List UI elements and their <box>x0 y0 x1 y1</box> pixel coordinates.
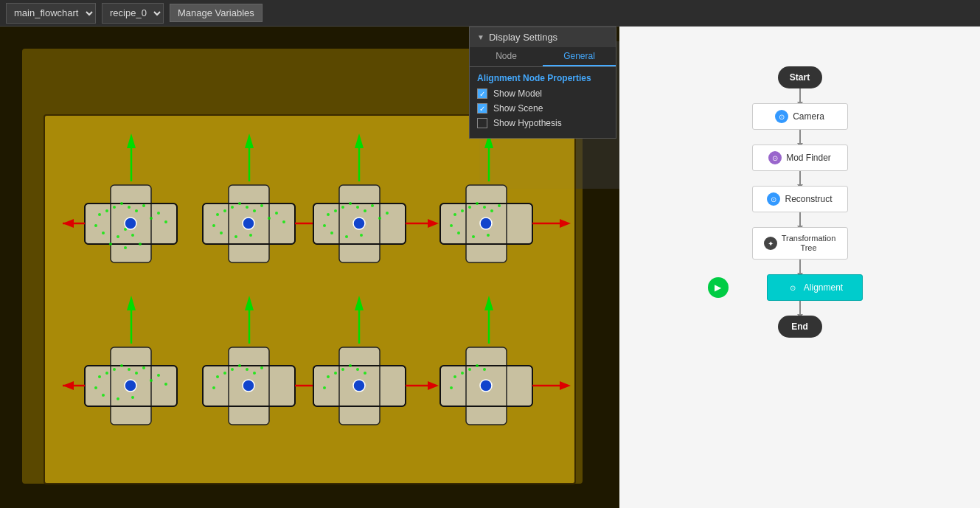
arrow-camera-modfinder <box>799 130 801 145</box>
svg-point-13 <box>94 224 97 227</box>
svg-point-20 <box>117 235 119 238</box>
flowchart-content: Start ⊙ Camera ⊙ Mod Finder <box>619 52 980 508</box>
svg-point-26 <box>109 243 112 246</box>
svg-point-24 <box>164 220 167 223</box>
show-scene-label: Show Scene <box>493 103 543 114</box>
svg-point-140 <box>334 372 337 375</box>
tab-node[interactable]: Node <box>470 47 543 66</box>
arrow-transformation-alignment <box>799 260 801 274</box>
transformation-tree-icon: ✦ <box>764 237 777 250</box>
recipe-select[interactable]: recipe_0 <box>102 3 164 24</box>
node-start[interactable]: Start <box>778 66 822 88</box>
svg-point-37 <box>216 213 219 216</box>
svg-point-67 <box>330 232 333 234</box>
show-model-label: Show Model <box>493 88 542 99</box>
alignment-icon-circle: ⊙ <box>786 281 799 294</box>
svg-point-129 <box>238 364 241 367</box>
svg-point-50 <box>282 220 285 223</box>
svg-point-133 <box>243 380 254 392</box>
node-mod-finder-box: ⊙ Mod Finder <box>752 145 848 171</box>
flowchart-select[interactable]: main_flowchart <box>6 3 96 24</box>
svg-point-27 <box>124 246 127 249</box>
svg-point-12 <box>105 209 108 212</box>
svg-point-113 <box>102 394 105 397</box>
node-camera[interactable]: ⊙ Camera <box>752 103 848 130</box>
svg-point-119 <box>125 380 136 392</box>
svg-point-142 <box>341 368 344 371</box>
svg-point-81 <box>461 209 464 212</box>
svg-point-112 <box>142 366 145 369</box>
svg-point-80 <box>453 213 456 216</box>
svg-point-127 <box>212 386 215 389</box>
display-settings-tabs: Node General <box>470 47 616 67</box>
svg-point-51 <box>243 218 254 229</box>
svg-point-114 <box>117 397 119 400</box>
svg-point-64 <box>356 206 359 209</box>
manage-variables-button[interactable]: Manage Variables <box>170 4 263 22</box>
svg-point-153 <box>461 372 464 375</box>
reconstruct-icon-circle: ⊙ <box>767 192 780 206</box>
arrow-reconstruct-transformation <box>799 212 801 227</box>
svg-point-117 <box>157 374 160 377</box>
show-scene-row: ✓ Show Scene <box>470 101 616 116</box>
top-bar: main_flowchart recipe_0 Manage Variables <box>0 0 980 27</box>
svg-point-28 <box>139 243 142 246</box>
svg-point-157 <box>483 368 486 371</box>
node-transformation-tree-label: TransformationTree <box>782 234 836 253</box>
node-alignment[interactable]: ▶ ⊙ Alignment <box>737 274 863 301</box>
svg-point-156 <box>476 364 479 367</box>
arrow-modfinder-reconstruct <box>799 171 801 186</box>
show-hypothesis-row: Show Hypothesis <box>470 116 616 131</box>
svg-point-72 <box>353 218 365 229</box>
svg-point-110 <box>128 368 131 371</box>
svg-point-59 <box>327 213 330 216</box>
node-start-label: Start <box>778 66 822 88</box>
triangle-icon: ▼ <box>477 33 484 41</box>
svg-point-17 <box>135 209 138 212</box>
svg-point-89 <box>472 235 475 238</box>
node-reconstruct-label: Reconstruct <box>785 194 832 204</box>
svg-point-82 <box>450 224 453 227</box>
show-scene-checkbox[interactable]: ✓ <box>477 103 487 114</box>
svg-point-48 <box>268 217 271 220</box>
svg-point-63 <box>349 202 352 205</box>
svg-point-145 <box>364 372 366 375</box>
node-end[interactable]: End <box>778 316 822 338</box>
svg-point-39 <box>212 224 215 227</box>
svg-point-125 <box>216 375 219 378</box>
node-reconstruct[interactable]: ⊙ Reconstruct <box>752 186 848 212</box>
node-transformation-tree[interactable]: ✦ TransformationTree <box>752 227 848 260</box>
svg-point-15 <box>120 202 123 205</box>
svg-rect-4 <box>44 115 575 484</box>
node-camera-box: ⊙ Camera <box>752 103 848 130</box>
svg-point-38 <box>223 209 226 212</box>
svg-point-139 <box>327 375 330 378</box>
svg-point-131 <box>253 372 256 375</box>
alignment-node-properties-label: Alignment Node Properties <box>470 67 616 86</box>
alignment-play-button[interactable]: ▶ <box>708 277 729 298</box>
svg-point-146 <box>353 380 365 392</box>
svg-point-144 <box>356 368 359 371</box>
tab-general[interactable]: General <box>543 47 616 66</box>
node-camera-label: Camera <box>793 111 824 122</box>
svg-point-107 <box>94 386 97 389</box>
show-hypothesis-checkbox[interactable] <box>477 118 487 128</box>
svg-point-42 <box>246 206 249 209</box>
svg-point-86 <box>490 209 493 212</box>
show-model-checkbox[interactable]: ✓ <box>477 88 487 99</box>
svg-point-105 <box>98 375 101 378</box>
show-hypothesis-label: Show Hypothesis <box>493 118 562 128</box>
svg-point-106 <box>105 372 108 375</box>
svg-point-109 <box>120 364 123 367</box>
svg-point-21 <box>131 234 134 237</box>
arrow-alignment-end <box>799 301 801 316</box>
svg-point-152 <box>453 375 456 378</box>
flowchart-panel: ▶ ⏸ ↺ ⏭ ⏩ ⇔ ⧉ Exit Interactor <box>619 27 980 508</box>
display-settings-panel: ▼ Display Settings Node General Alignmen… <box>469 27 616 139</box>
node-alignment-box: ⊙ Alignment <box>767 274 863 301</box>
svg-point-126 <box>223 372 226 375</box>
node-reconstruct-box: ⊙ Reconstruct <box>752 186 848 212</box>
node-mod-finder[interactable]: ⊙ Mod Finder <box>752 145 848 171</box>
svg-point-16 <box>128 206 131 209</box>
svg-point-155 <box>468 368 471 371</box>
